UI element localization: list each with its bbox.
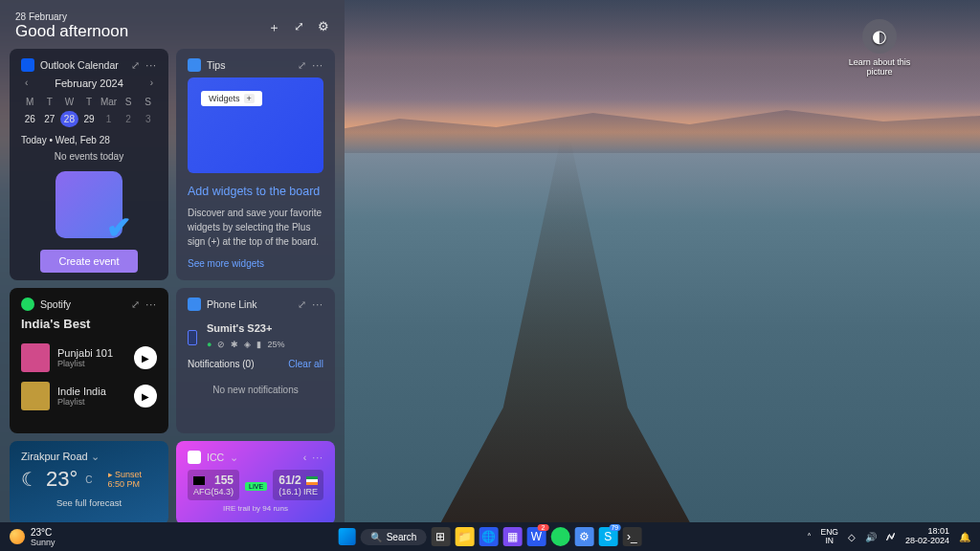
widget-title: Tips — [207, 59, 225, 71]
calendar-day-header: S — [120, 95, 138, 109]
calendar-day-header: W — [60, 95, 78, 109]
spotify-item[interactable]: Indie India Playlist ▶ — [21, 377, 157, 415]
settings-icon[interactable]: ⚙ — [318, 19, 329, 36]
see-forecast-link[interactable]: See full forecast — [21, 497, 157, 508]
play-button[interactable]: ▶ — [134, 346, 157, 369]
widgets-panel: 28 February Good afternoon ＋ ⤢ ⚙ Outlook… — [0, 0, 345, 522]
spotify-button[interactable] — [550, 527, 569, 546]
tips-icon — [188, 58, 201, 72]
tips-mock-label: Widgets — [201, 91, 262, 106]
app-button[interactable]: ▦ — [502, 527, 522, 546]
phonelink-icon — [188, 298, 201, 311]
icc-team-2: 61/2 (16.1)IRE — [273, 470, 323, 500]
tips-title: Add widgets to the board — [188, 185, 323, 198]
icc-status: IRE trail by 94 runs — [188, 504, 323, 513]
track-title: Punjabi 101 — [57, 347, 126, 359]
desktop-icon-label: Learn about this picture — [846, 57, 913, 77]
pin-icon[interactable]: ⤢ — [131, 59, 140, 72]
add-widget-icon[interactable]: ＋ — [268, 19, 280, 36]
tips-illustration: Widgets — [188, 77, 323, 173]
calendar-day-header: Mar — [100, 95, 118, 109]
weather-temp: 23° — [46, 467, 78, 492]
widget-spotify: Spotify ⤢ ··· India's Best Punjabi 101 P… — [10, 288, 168, 433]
calendar-day-header: S — [139, 95, 157, 109]
track-subtitle: Playlist — [57, 397, 126, 407]
volume-icon[interactable]: 🔊 — [865, 532, 877, 542]
see-more-widgets-link[interactable]: See more widgets — [188, 258, 323, 269]
language-button[interactable]: ENG IN — [821, 528, 838, 546]
pin-icon[interactable]: ⤢ — [131, 298, 140, 311]
panel-greeting: Good afternoon — [15, 22, 128, 41]
taskbar-cond: Sunny — [31, 538, 56, 547]
skype-button[interactable]: S — [598, 527, 617, 546]
track-title: Indie India — [57, 386, 126, 397]
taskbar: 23°C Sunny 🔍 Search ⊞ 📁 🌐 ▦ W ⚙ S ›_ ˄ E… — [0, 522, 980, 551]
widget-title: Phone Link — [207, 298, 257, 310]
calendar-day[interactable]: 1 — [100, 111, 118, 127]
weather-unit: C — [85, 474, 92, 485]
taskbar-clock[interactable]: 18:01 28-02-2024 — [905, 527, 949, 546]
taskbar-weather[interactable]: 23°C Sunny — [0, 527, 56, 547]
calendar-day[interactable]: 27 — [41, 111, 59, 127]
sunset-icon: ▸ — [108, 470, 113, 479]
flag-ire-icon — [306, 476, 318, 485]
desktop-icon-spotlight[interactable]: ◐ Learn about this picture — [846, 19, 913, 77]
weather-sunset: Sunset 6:50 PM — [108, 470, 143, 489]
pin-icon[interactable]: ⤢ — [298, 298, 306, 311]
score: 155 — [214, 474, 234, 487]
more-icon[interactable]: ··· — [312, 452, 323, 463]
start-button[interactable] — [339, 528, 356, 545]
calendar-day-header: T — [80, 95, 99, 109]
search-placeholder: Search — [387, 532, 417, 542]
prev-icon[interactable]: ‹ — [303, 452, 307, 463]
battery-level: 25% — [267, 340, 284, 349]
wifi-icon[interactable]: ◇ — [848, 532, 856, 542]
explorer-button[interactable]: 📁 — [455, 527, 474, 546]
flag-afg-icon — [193, 476, 205, 485]
create-event-button[interactable]: Create event — [40, 250, 139, 273]
device-name: Sumit's S23+ — [207, 322, 323, 334]
settings-button[interactable]: ⚙ — [574, 527, 593, 546]
more-icon[interactable]: ··· — [145, 298, 157, 310]
weather-location[interactable]: Zirakpur Road — [21, 451, 88, 462]
terminal-button[interactable]: ›_ — [622, 527, 641, 546]
calendar-day[interactable]: 28 — [60, 111, 78, 127]
more-icon[interactable]: ··· — [312, 298, 323, 310]
prev-month-icon[interactable]: ‹ — [25, 77, 28, 88]
task-view-button[interactable]: ⊞ — [431, 527, 450, 546]
album-art — [21, 382, 50, 410]
device-status: ●⊘✱◈▮ 25% — [207, 340, 323, 349]
icc-icon — [188, 451, 201, 464]
calendar-day[interactable]: 26 — [21, 111, 39, 127]
spotify-item[interactable]: Punjabi 101 Playlist ▶ — [21, 339, 157, 377]
edge-button[interactable]: 🌐 — [479, 527, 498, 546]
calendar-today-label: Today • Wed, Feb 28 — [21, 135, 157, 145]
calendar-day-header: M — [21, 95, 39, 109]
calendar-day[interactable]: 29 — [80, 111, 99, 127]
more-icon[interactable]: ··· — [145, 59, 157, 71]
widget-title: Outlook Calendar — [40, 59, 119, 71]
pin-icon[interactable]: ⤢ — [298, 59, 306, 72]
next-month-icon[interactable]: › — [150, 77, 153, 88]
notifications-icon[interactable]: 🔔 — [959, 532, 970, 542]
expand-icon[interactable]: ⤢ — [294, 19, 304, 36]
clear-all-link[interactable]: Clear all — [288, 359, 323, 369]
live-badge: LIVE — [245, 482, 267, 491]
calendar-empty: No events today — [21, 151, 157, 162]
spotlight-icon: ◐ — [862, 19, 897, 54]
word-button[interactable]: W — [526, 527, 546, 546]
calendar-month: February 2024 — [55, 77, 123, 89]
calendar-illustration — [56, 171, 122, 238]
taskbar-search[interactable]: 🔍 Search — [361, 529, 427, 545]
more-icon[interactable]: ··· — [312, 59, 323, 71]
chevron-up-icon[interactable]: ˄ — [807, 532, 812, 542]
battery-icon[interactable]: 🗲 — [886, 532, 896, 542]
tips-body: Discover and save your favorite widgets … — [188, 206, 323, 249]
album-art — [21, 343, 50, 372]
calendar-day[interactable]: 2 — [120, 111, 138, 127]
calendar-grid: MTWTMarSS26272829123 — [21, 95, 157, 127]
widget-icc: ICC ⌄ ‹ ··· 155 AFG(54.3) LIVE 61/2 — [176, 441, 335, 522]
widget-phone-link: Phone Link ⤢ ··· Sumit's S23+ ●⊘✱◈▮ 25% … — [176, 288, 335, 433]
calendar-day[interactable]: 3 — [139, 111, 157, 127]
play-button[interactable]: ▶ — [134, 385, 157, 408]
